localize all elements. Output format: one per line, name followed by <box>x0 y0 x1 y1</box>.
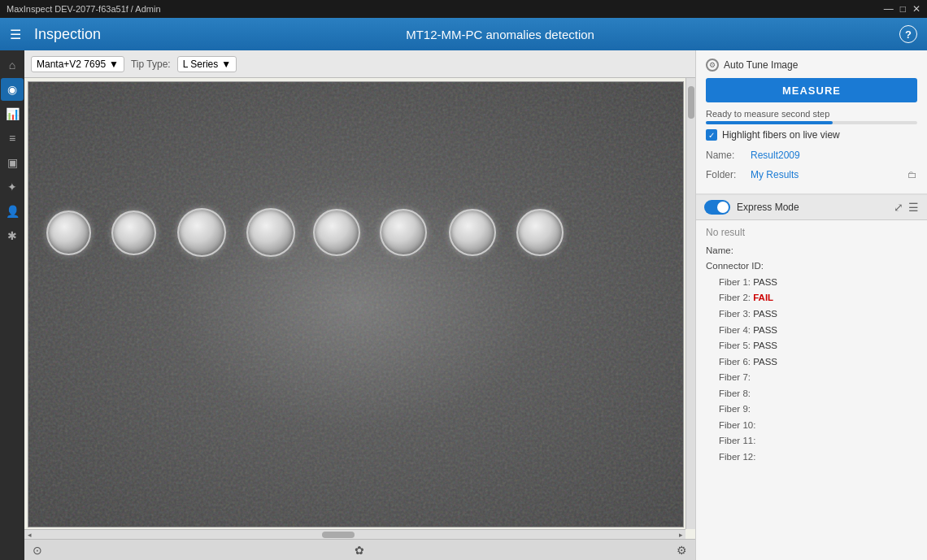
scroll-right-btn[interactable]: ▸ <box>676 530 685 540</box>
bottom-footer: ⊙ ✿ ⚙ <box>24 539 695 560</box>
tip-type-dropdown[interactable]: L Series ▼ <box>177 56 237 72</box>
sidebar: ⌂◉📊≡▣✦👤✱ <box>0 50 24 560</box>
result-name-row: Name: <box>706 243 917 259</box>
badge-icon[interactable]: ✦ <box>1 176 24 198</box>
fiber-result-row-7: Fiber 7: <box>706 370 917 386</box>
vertical-scrollbar[interactable] <box>685 78 695 529</box>
express-label: Express Mode <box>737 202 887 213</box>
results-area: No result Name: Connector ID: Fiber 1: P… <box>696 220 927 560</box>
fiber-circle-7 <box>449 209 496 256</box>
fiber-circle-1 <box>46 211 91 255</box>
app-title-bar: MaxInspect DEV-2077-f63a51f / Admin <box>7 4 161 14</box>
minimize-btn[interactable]: — <box>884 3 894 15</box>
connector-id-label: Connector ID: <box>706 261 764 271</box>
maximize-btn[interactable]: □ <box>900 3 906 15</box>
center-panel: Manta+V2 7695 ▼ Tip Type: L Series ▼ <box>24 50 695 560</box>
fiber-circle-3 <box>177 208 226 257</box>
app-bar: ☰ Inspection MT12-MM-PC anomalies detect… <box>0 18 927 50</box>
toggle-knob <box>717 202 729 213</box>
horizontal-scrollbar[interactable]: ◂ ▸ <box>24 529 685 539</box>
expand-icon[interactable]: ⤢ <box>894 201 903 214</box>
image-icon[interactable]: ▣ <box>1 151 24 174</box>
window-controls[interactable]: — □ ✕ <box>884 3 920 15</box>
no-result-label: No result <box>706 227 917 238</box>
folder-row: Folder: My Results 🗀 <box>706 167 917 183</box>
fiber-result-row-3: Fiber 3: PASS <box>706 306 917 323</box>
connector-id-row: Connector ID: <box>706 258 917 275</box>
name-value[interactable]: Result2009 <box>751 147 800 163</box>
express-toggle[interactable] <box>704 200 730 215</box>
highlight-row: Highlight fibers on live view <box>706 129 917 141</box>
progress-label: Ready to measure second step <box>706 109 917 119</box>
module-title: MT12-MM-PC anomalies detection <box>114 28 886 41</box>
fiber-circle-6 <box>380 209 427 256</box>
menu-icon[interactable]: ☰ <box>908 201 919 214</box>
chart-icon[interactable]: 📊 <box>1 102 24 125</box>
right-panel: ⚙ Auto Tune Image MEASURE Ready to measu… <box>695 50 927 560</box>
auto-tune-label: Auto Tune Image <box>724 59 798 71</box>
device-dropdown[interactable]: Manta+V2 7695 ▼ <box>31 56 124 72</box>
result-name-label: Name: <box>706 245 733 255</box>
toolbar-row: Manta+V2 7695 ▼ Tip Type: L Series ▼ <box>24 50 695 78</box>
help-icon[interactable]: ? <box>899 25 917 43</box>
fiber-result-row-10: Fiber 10: <box>706 418 917 434</box>
fiber-result-row-8: Fiber 8: <box>706 386 917 402</box>
highlight-label: Highlight fibers on live view <box>722 129 840 141</box>
tip-type-label: Tip Type: <box>131 59 171 70</box>
image-container: ◂ ▸ <box>24 78 695 539</box>
fiber-result-row-1: Fiber 1: PASS <box>706 275 917 291</box>
name-row: Name: Result2009 <box>706 147 917 163</box>
progress-row: Ready to measure second step <box>706 109 917 124</box>
progress-bar-bg <box>706 121 917 124</box>
name-field-label: Name: <box>706 147 751 163</box>
fiber-result-row-6: Fiber 6: PASS <box>706 354 917 371</box>
auto-tune-icon: ⚙ <box>706 59 719 72</box>
fiber-circle-5 <box>313 209 360 256</box>
device-dropdown-arrow: ▼ <box>109 59 119 70</box>
home-icon[interactable]: ⌂ <box>1 54 24 76</box>
vertical-scroll-thumb[interactable] <box>688 86 694 119</box>
scroll-left-btn[interactable]: ◂ <box>24 530 34 540</box>
footer-left-icon[interactable]: ⊙ <box>33 544 42 557</box>
device-label: Manta+V2 7695 <box>37 59 106 70</box>
folder-value[interactable]: My Results <box>751 167 799 183</box>
noise-overlay <box>28 82 683 527</box>
fiber-image <box>28 81 684 527</box>
horizontal-scroll-thumb[interactable] <box>322 532 355 538</box>
fiber-results: Fiber 1: PASSFiber 2: FAILFiber 3: PASSF… <box>706 275 917 466</box>
right-top: ⚙ Auto Tune Image MEASURE Ready to measu… <box>696 50 927 194</box>
fiber-circle-2 <box>111 211 156 255</box>
hamburger-icon[interactable]: ☰ <box>10 27 21 42</box>
fiber-result-row-9: Fiber 9: <box>706 402 917 418</box>
express-icons: ⤢ ☰ <box>894 201 919 214</box>
fiber-result-row-5: Fiber 5: PASS <box>706 338 917 354</box>
tip-value: L Series <box>183 59 219 70</box>
image-scroll-area <box>28 81 684 527</box>
people-icon[interactable]: 👤 <box>1 200 24 223</box>
fiber-result-row-2: Fiber 2: FAIL <box>706 290 917 306</box>
footer-center-icon[interactable]: ✿ <box>355 544 364 557</box>
folder-field-label: Folder: <box>706 167 751 183</box>
measure-button[interactable]: MEASURE <box>706 78 917 102</box>
express-bar: Express Mode ⤢ ☰ <box>696 194 927 220</box>
fiber-result-row-11: Fiber 11: <box>706 433 917 449</box>
close-btn[interactable]: ✕ <box>912 3 920 15</box>
app-title: Inspection <box>34 26 101 43</box>
folder-icon[interactable]: 🗀 <box>907 167 917 183</box>
auto-tune-row: ⚙ Auto Tune Image <box>706 59 917 72</box>
sliders-icon[interactable]: ≡ <box>1 127 24 150</box>
camera-icon[interactable]: ◉ <box>1 78 24 101</box>
highlight-checkbox[interactable] <box>706 129 717 141</box>
footer-right-icon[interactable]: ⚙ <box>677 544 687 557</box>
progress-bar-fill <box>706 121 833 124</box>
tip-dropdown-arrow: ▼ <box>221 59 231 70</box>
fiber-circle-4 <box>246 208 295 257</box>
star-icon[interactable]: ✱ <box>1 224 24 247</box>
title-bar: MaxInspect DEV-2077-f63a51f / Admin — □ … <box>0 0 927 18</box>
fiber-result-row-4: Fiber 4: PASS <box>706 323 917 339</box>
fiber-result-row-12: Fiber 12: <box>706 449 917 466</box>
main-layout: ⌂◉📊≡▣✦👤✱ Manta+V2 7695 ▼ Tip Type: L Ser… <box>0 50 927 560</box>
fiber-circle-8 <box>516 209 564 256</box>
